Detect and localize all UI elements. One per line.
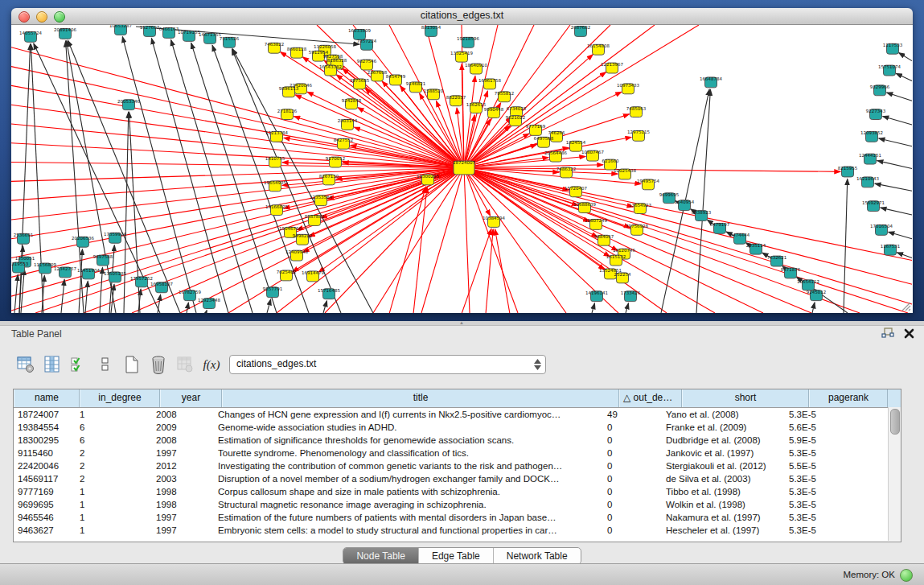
resize-grip-icon[interactable] xyxy=(900,300,911,311)
graph-node-label: 19654935 xyxy=(264,180,286,185)
tab-node-table[interactable]: Node Table xyxy=(343,548,419,564)
table-row[interactable]: 1938455462009Genome-wide association stu… xyxy=(14,421,901,434)
graph-node-label: 13226058 xyxy=(314,44,336,49)
table-select-dropdown[interactable]: citations_edges.txt xyxy=(229,355,546,374)
graph-edge[interactable] xyxy=(464,25,570,168)
graph-edge[interactable] xyxy=(85,281,88,313)
row-height-icon[interactable] xyxy=(96,355,115,374)
graph-node-label: 9227343 xyxy=(866,109,886,113)
graph-edge[interactable] xyxy=(318,168,464,273)
table-cell: Stergiakouli et al. (2012) xyxy=(662,459,785,472)
graph-edge[interactable] xyxy=(124,112,129,313)
graph-edge[interactable] xyxy=(896,73,912,80)
graph-node-label: 12409948 xyxy=(285,249,308,254)
delete-column-icon[interactable] xyxy=(149,355,168,374)
show-columns-icon[interactable] xyxy=(43,355,62,374)
table-cell: 1 xyxy=(76,524,152,537)
graph-edge[interactable] xyxy=(464,168,763,313)
vertical-scrollbar[interactable] xyxy=(888,407,901,541)
graph-node-label: 11451934 xyxy=(77,268,100,273)
function-builder-icon[interactable]: f(x) xyxy=(202,355,221,374)
network-window: citations_edges.txt 18724007140557242089… xyxy=(11,8,913,313)
column-header[interactable]: △ out_de… xyxy=(619,389,682,407)
scrollbar-thumb[interactable] xyxy=(890,409,900,435)
graph-edge[interactable] xyxy=(875,183,912,191)
table-row[interactable]: 946554611997Estimation of the future num… xyxy=(14,511,901,524)
graph-edge[interactable] xyxy=(464,168,860,313)
table-row[interactable]: 969969511998Structural magnetic resonanc… xyxy=(14,498,901,511)
column-checklist-icon[interactable] xyxy=(69,355,88,374)
graph-edge[interactable] xyxy=(464,168,470,313)
graph-node-label: 16914479 xyxy=(302,270,324,275)
network-view[interactable]: 1872400714055724208914061065328715276026… xyxy=(11,25,913,313)
column-header[interactable]: short xyxy=(682,389,809,407)
close-panel-icon[interactable] xyxy=(904,328,914,339)
graph-edge[interactable] xyxy=(877,161,912,169)
graph-edge[interactable] xyxy=(122,37,196,313)
graph-edge[interactable] xyxy=(592,303,595,313)
graph-edge[interactable] xyxy=(696,89,710,313)
dropdown-spinner-icon[interactable] xyxy=(532,357,542,371)
graph-node-label: 8454749 xyxy=(386,74,406,79)
graph-edge[interactable] xyxy=(897,253,912,258)
table-cell: 2012 xyxy=(152,459,210,472)
table-cell: Changes of HCN gene expression and I(f) … xyxy=(210,408,603,421)
tab-network-table[interactable]: Network Table xyxy=(494,548,581,564)
graph-edge[interactable] xyxy=(267,299,271,313)
graph-edge[interactable] xyxy=(61,279,64,313)
network-window-titlebar[interactable]: citations_edges.txt xyxy=(11,8,913,25)
table-body: 1872400712008Changes of HCN gene express… xyxy=(14,408,901,537)
network-canvas: 1872400714055724208914061065328715276026… xyxy=(11,25,913,313)
column-header[interactable]: title xyxy=(222,389,619,407)
graph-node-label: 19218596 xyxy=(457,36,479,41)
table-row[interactable]: 2242004622012Investigating the contribut… xyxy=(14,459,901,472)
graph-edge[interactable] xyxy=(11,47,464,168)
table-cell: 1997 xyxy=(152,524,210,537)
graph-edge[interactable] xyxy=(11,105,464,167)
graph-node-label: 20206536 xyxy=(72,236,94,241)
graph-node-label: 1350051 xyxy=(15,256,35,261)
column-header[interactable]: pagerank xyxy=(809,389,888,407)
new-column-icon[interactable] xyxy=(122,355,142,374)
table-row[interactable]: 1830029562008Estimation of significance … xyxy=(14,434,901,447)
graph-edge[interactable] xyxy=(626,303,629,313)
graph-edge[interactable] xyxy=(899,52,912,60)
table-row[interactable]: 1872400712008Changes of HCN gene express… xyxy=(14,408,901,421)
graph-edge[interactable] xyxy=(187,303,188,313)
graph-node-label: 1615132 xyxy=(606,254,626,259)
graph-edge[interactable] xyxy=(812,303,815,313)
graph-edge[interactable] xyxy=(191,43,277,313)
table-cell: 2 xyxy=(76,472,152,485)
table-cell: 1 xyxy=(76,511,152,524)
column-header[interactable]: in_degree xyxy=(80,389,160,407)
table-cell: 5.3E-5 xyxy=(785,511,860,524)
table-toolbar: f(x) xyxy=(16,353,221,376)
float-panel-icon[interactable] xyxy=(881,328,894,339)
graph-edge[interactable] xyxy=(887,93,912,101)
graph-edge[interactable] xyxy=(495,229,510,313)
graph-node-label: 15692971 xyxy=(862,200,885,205)
column-header[interactable]: name xyxy=(14,389,80,407)
table-cell: 22420046 xyxy=(14,459,76,472)
graph-edge[interactable] xyxy=(206,311,207,313)
table-row[interactable]: 946362711997Embryonic stem cells: a mode… xyxy=(14,524,901,537)
column-header[interactable]: year xyxy=(160,389,222,407)
graph-node-label: 1362615 xyxy=(466,102,486,107)
graph-edge[interactable] xyxy=(889,232,912,238)
table-mode-icon[interactable] xyxy=(16,355,35,374)
graph-node-label: 15720407 xyxy=(565,186,587,191)
table-row[interactable]: 977716911998Corpus callosum shape and si… xyxy=(14,485,901,498)
table-row[interactable]: 911546021997Tourette syndrome. Phenomeno… xyxy=(14,447,901,459)
graph-edge[interactable] xyxy=(879,138,912,146)
graph-edge[interactable] xyxy=(11,124,464,168)
table-row[interactable]: 1456911722003Disruption of a novel membe… xyxy=(14,472,901,485)
table-cell: Investigating the contribution of common… xyxy=(210,459,603,472)
delete-table-icon[interactable] xyxy=(175,355,195,374)
graph-edge[interactable] xyxy=(883,117,912,125)
graph-edge[interactable] xyxy=(464,168,908,313)
graph-edge[interactable] xyxy=(14,274,18,313)
graph-node-label: 7515526 xyxy=(220,36,240,41)
graph-edge[interactable] xyxy=(881,208,912,215)
graph-node-label: 9884067 xyxy=(594,234,614,239)
tab-edge-table[interactable]: Edge Table xyxy=(419,548,494,564)
